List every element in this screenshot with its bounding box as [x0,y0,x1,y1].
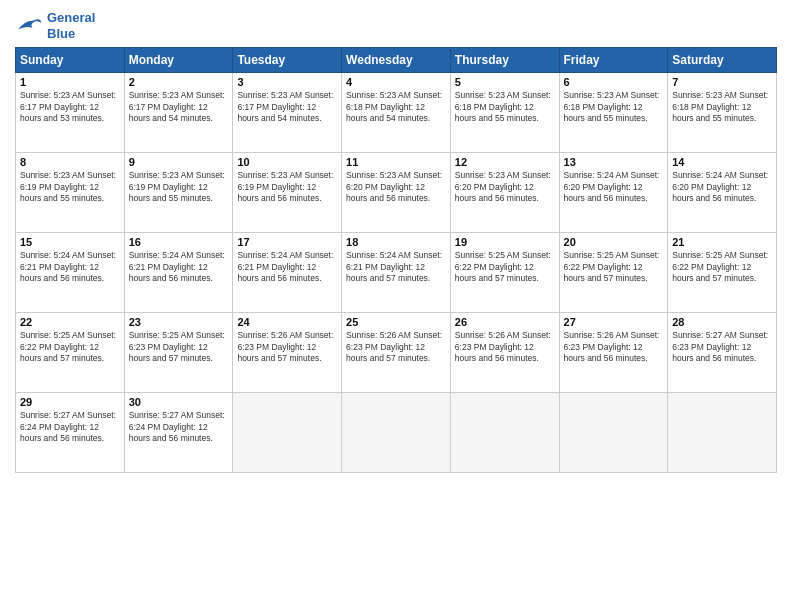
day-info: Sunrise: 5:23 AM Sunset: 6:17 PM Dayligh… [20,90,120,124]
day-number: 19 [455,236,555,248]
day-number: 1 [20,76,120,88]
calendar-day: 18Sunrise: 5:24 AM Sunset: 6:21 PM Dayli… [342,233,451,313]
calendar-table: SundayMondayTuesdayWednesdayThursdayFrid… [15,47,777,473]
calendar-day: 7Sunrise: 5:23 AM Sunset: 6:18 PM Daylig… [668,73,777,153]
day-info: Sunrise: 5:23 AM Sunset: 6:17 PM Dayligh… [237,90,337,124]
calendar-day: 13Sunrise: 5:24 AM Sunset: 6:20 PM Dayli… [559,153,668,233]
page-header: General Blue [15,10,777,41]
calendar-day: 3Sunrise: 5:23 AM Sunset: 6:17 PM Daylig… [233,73,342,153]
day-info: Sunrise: 5:27 AM Sunset: 6:24 PM Dayligh… [20,410,120,444]
day-info: Sunrise: 5:24 AM Sunset: 6:21 PM Dayligh… [20,250,120,284]
weekday-monday: Monday [124,48,233,73]
day-info: Sunrise: 5:26 AM Sunset: 6:23 PM Dayligh… [346,330,446,364]
day-info: Sunrise: 5:24 AM Sunset: 6:21 PM Dayligh… [346,250,446,284]
day-info: Sunrise: 5:23 AM Sunset: 6:19 PM Dayligh… [237,170,337,204]
logo: General Blue [15,10,95,41]
day-number: 17 [237,236,337,248]
calendar-day [559,393,668,473]
calendar-day: 12Sunrise: 5:23 AM Sunset: 6:20 PM Dayli… [450,153,559,233]
calendar-day [342,393,451,473]
day-info: Sunrise: 5:26 AM Sunset: 6:23 PM Dayligh… [237,330,337,364]
day-number: 28 [672,316,772,328]
day-number: 2 [129,76,229,88]
calendar-day: 10Sunrise: 5:23 AM Sunset: 6:19 PM Dayli… [233,153,342,233]
calendar-day: 6Sunrise: 5:23 AM Sunset: 6:18 PM Daylig… [559,73,668,153]
day-info: Sunrise: 5:23 AM Sunset: 6:19 PM Dayligh… [129,170,229,204]
day-number: 5 [455,76,555,88]
calendar-day: 30Sunrise: 5:27 AM Sunset: 6:24 PM Dayli… [124,393,233,473]
day-info: Sunrise: 5:26 AM Sunset: 6:23 PM Dayligh… [455,330,555,364]
weekday-friday: Friday [559,48,668,73]
day-number: 18 [346,236,446,248]
day-info: Sunrise: 5:27 AM Sunset: 6:23 PM Dayligh… [672,330,772,364]
logo-text: General Blue [47,10,95,41]
day-info: Sunrise: 5:24 AM Sunset: 6:20 PM Dayligh… [672,170,772,204]
calendar-day [668,393,777,473]
calendar-day: 4Sunrise: 5:23 AM Sunset: 6:18 PM Daylig… [342,73,451,153]
calendar-week-2: 8Sunrise: 5:23 AM Sunset: 6:19 PM Daylig… [16,153,777,233]
calendar-day: 2Sunrise: 5:23 AM Sunset: 6:17 PM Daylig… [124,73,233,153]
calendar-day: 19Sunrise: 5:25 AM Sunset: 6:22 PM Dayli… [450,233,559,313]
day-number: 21 [672,236,772,248]
day-info: Sunrise: 5:23 AM Sunset: 6:18 PM Dayligh… [346,90,446,124]
day-info: Sunrise: 5:25 AM Sunset: 6:22 PM Dayligh… [672,250,772,284]
day-number: 16 [129,236,229,248]
calendar-body: 1Sunrise: 5:23 AM Sunset: 6:17 PM Daylig… [16,73,777,473]
day-number: 25 [346,316,446,328]
day-number: 8 [20,156,120,168]
calendar-day: 27Sunrise: 5:26 AM Sunset: 6:23 PM Dayli… [559,313,668,393]
day-info: Sunrise: 5:24 AM Sunset: 6:21 PM Dayligh… [129,250,229,284]
calendar-day: 25Sunrise: 5:26 AM Sunset: 6:23 PM Dayli… [342,313,451,393]
day-info: Sunrise: 5:23 AM Sunset: 6:18 PM Dayligh… [455,90,555,124]
calendar-day: 5Sunrise: 5:23 AM Sunset: 6:18 PM Daylig… [450,73,559,153]
calendar-day: 9Sunrise: 5:23 AM Sunset: 6:19 PM Daylig… [124,153,233,233]
calendar-day: 1Sunrise: 5:23 AM Sunset: 6:17 PM Daylig… [16,73,125,153]
day-number: 15 [20,236,120,248]
calendar-day: 15Sunrise: 5:24 AM Sunset: 6:21 PM Dayli… [16,233,125,313]
weekday-sunday: Sunday [16,48,125,73]
day-info: Sunrise: 5:24 AM Sunset: 6:21 PM Dayligh… [237,250,337,284]
calendar-day: 8Sunrise: 5:23 AM Sunset: 6:19 PM Daylig… [16,153,125,233]
day-info: Sunrise: 5:26 AM Sunset: 6:23 PM Dayligh… [564,330,664,364]
calendar-day: 14Sunrise: 5:24 AM Sunset: 6:20 PM Dayli… [668,153,777,233]
day-number: 9 [129,156,229,168]
day-number: 12 [455,156,555,168]
day-number: 4 [346,76,446,88]
calendar-day: 16Sunrise: 5:24 AM Sunset: 6:21 PM Dayli… [124,233,233,313]
day-number: 29 [20,396,120,408]
calendar-week-3: 15Sunrise: 5:24 AM Sunset: 6:21 PM Dayli… [16,233,777,313]
calendar-week-1: 1Sunrise: 5:23 AM Sunset: 6:17 PM Daylig… [16,73,777,153]
day-info: Sunrise: 5:23 AM Sunset: 6:17 PM Dayligh… [129,90,229,124]
calendar-day: 26Sunrise: 5:26 AM Sunset: 6:23 PM Dayli… [450,313,559,393]
day-number: 26 [455,316,555,328]
calendar-day [450,393,559,473]
day-number: 10 [237,156,337,168]
logo-icon [15,15,43,37]
day-info: Sunrise: 5:25 AM Sunset: 6:22 PM Dayligh… [20,330,120,364]
day-number: 22 [20,316,120,328]
weekday-wednesday: Wednesday [342,48,451,73]
day-number: 23 [129,316,229,328]
day-number: 14 [672,156,772,168]
day-info: Sunrise: 5:25 AM Sunset: 6:22 PM Dayligh… [455,250,555,284]
calendar-day: 11Sunrise: 5:23 AM Sunset: 6:20 PM Dayli… [342,153,451,233]
day-number: 20 [564,236,664,248]
day-number: 27 [564,316,664,328]
day-info: Sunrise: 5:25 AM Sunset: 6:22 PM Dayligh… [564,250,664,284]
day-info: Sunrise: 5:23 AM Sunset: 6:18 PM Dayligh… [672,90,772,124]
calendar-week-5: 29Sunrise: 5:27 AM Sunset: 6:24 PM Dayli… [16,393,777,473]
day-number: 11 [346,156,446,168]
weekday-header-row: SundayMondayTuesdayWednesdayThursdayFrid… [16,48,777,73]
day-info: Sunrise: 5:23 AM Sunset: 6:18 PM Dayligh… [564,90,664,124]
day-info: Sunrise: 5:23 AM Sunset: 6:19 PM Dayligh… [20,170,120,204]
calendar-day [233,393,342,473]
calendar-day: 28Sunrise: 5:27 AM Sunset: 6:23 PM Dayli… [668,313,777,393]
day-number: 24 [237,316,337,328]
day-info: Sunrise: 5:27 AM Sunset: 6:24 PM Dayligh… [129,410,229,444]
calendar-day: 29Sunrise: 5:27 AM Sunset: 6:24 PM Dayli… [16,393,125,473]
day-info: Sunrise: 5:24 AM Sunset: 6:20 PM Dayligh… [564,170,664,204]
day-info: Sunrise: 5:25 AM Sunset: 6:23 PM Dayligh… [129,330,229,364]
day-number: 13 [564,156,664,168]
day-number: 3 [237,76,337,88]
calendar-day: 21Sunrise: 5:25 AM Sunset: 6:22 PM Dayli… [668,233,777,313]
